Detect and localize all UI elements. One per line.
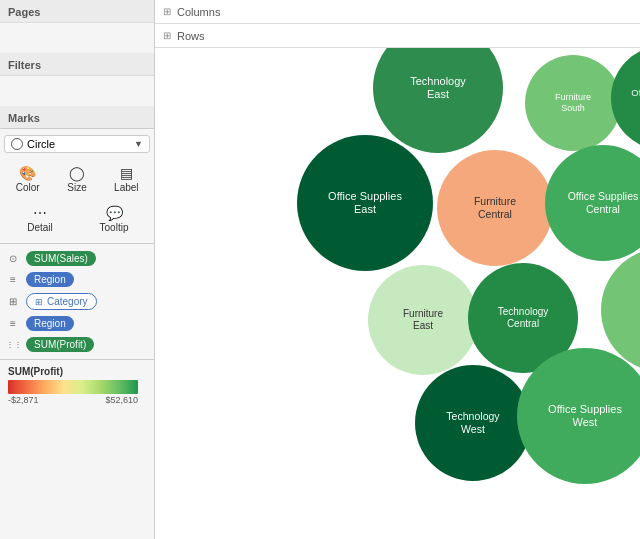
color-icon: 🎨 xyxy=(19,165,36,181)
left-panel: Pages Filters Marks Circle ▼ 🎨 Color ◯ S… xyxy=(0,0,155,539)
bubble-1: FurnitureSouth xyxy=(525,55,621,151)
legend-labels: -$2,871 $52,610 xyxy=(8,395,138,405)
detail-button[interactable]: ⋯ Detail xyxy=(4,201,76,237)
marks-grid2: ⋯ Detail 💬 Tooltip xyxy=(0,199,154,243)
region2-pill[interactable]: Region xyxy=(26,316,74,331)
filters-label: Filters xyxy=(0,53,154,76)
marks-type-dropdown[interactable]: Circle ▼ xyxy=(4,135,150,153)
dropdown-arrow-icon: ▼ xyxy=(134,139,143,149)
field-row-profit: ⋮⋮ SUM(Profit) xyxy=(4,334,150,355)
rows-shelf-label: Rows xyxy=(177,30,205,42)
legend-min: -$2,871 xyxy=(8,395,39,405)
region2-symbol: ≡ xyxy=(6,318,20,329)
size-icon: ◯ xyxy=(69,165,85,181)
fields-section: ⊙ SUM(Sales) ≡ Region ⊞ ⊞ Category ≡ Reg… xyxy=(0,244,154,360)
right-panel: ⊞ Columns ⊞ Rows TechnologyEastFurniture… xyxy=(155,0,640,539)
label-button[interactable]: ▤ Label xyxy=(103,161,150,197)
region1-symbol: ≡ xyxy=(6,274,20,285)
marks-label: Marks xyxy=(0,106,154,129)
chart-area: TechnologyEastFurnitureSouthOffice Suppl… xyxy=(155,48,640,539)
marks-section: Circle ▼ 🎨 Color ◯ Size ▤ Label ⋯ Detail xyxy=(0,129,154,244)
bubble-2: Office SuppliesSouth xyxy=(611,48,640,150)
bubble-5: Office SuppliesCentral xyxy=(545,145,640,261)
bubble-4: FurnitureCentral xyxy=(437,150,553,266)
marks-grid: 🎨 Color ◯ Size ▤ Label xyxy=(0,159,154,199)
profit-symbol: ⋮⋮ xyxy=(6,340,20,349)
bubble-10: TechnologyWest xyxy=(415,365,531,481)
field-row-sales: ⊙ SUM(Sales) xyxy=(4,248,150,269)
bubble-0: TechnologyEast xyxy=(373,48,503,153)
bubble-7: FurnitureEast xyxy=(368,265,478,375)
region1-pill[interactable]: Region xyxy=(26,272,74,287)
legend-bar xyxy=(8,380,138,394)
color-button[interactable]: 🎨 Color xyxy=(4,161,51,197)
legend-max: $52,610 xyxy=(105,395,138,405)
columns-shelf-label: Columns xyxy=(177,6,220,18)
pages-label: Pages xyxy=(0,0,154,23)
columns-shelf-icon: ⊞ xyxy=(163,6,171,17)
label-icon: ▤ xyxy=(120,165,133,181)
bubble-11: Office SuppliesWest xyxy=(517,348,640,484)
rows-shelf: ⊞ Rows xyxy=(155,24,640,48)
sales-symbol: ⊙ xyxy=(6,253,20,264)
field-row-region1: ≡ Region xyxy=(4,269,150,290)
rows-shelf-icon: ⊞ xyxy=(163,30,171,41)
detail-icon: ⋯ xyxy=(33,205,47,221)
category-symbol: ⊞ xyxy=(6,296,20,307)
sum-sales-pill[interactable]: SUM(Sales) xyxy=(26,251,96,266)
tooltip-icon: 💬 xyxy=(106,205,123,221)
category-grid-icon: ⊞ xyxy=(35,297,43,307)
tooltip-button[interactable]: 💬 Tooltip xyxy=(78,201,150,237)
size-button[interactable]: ◯ Size xyxy=(53,161,100,197)
circle-mark-icon xyxy=(11,138,23,150)
bubble-3: Office SuppliesEast xyxy=(297,135,433,271)
category-pill[interactable]: ⊞ Category xyxy=(26,293,97,310)
field-row-region2: ≡ Region xyxy=(4,313,150,334)
legend-section: SUM(Profit) -$2,871 $52,610 xyxy=(0,360,154,411)
sum-profit-pill[interactable]: SUM(Profit) xyxy=(26,337,94,352)
columns-shelf: ⊞ Columns xyxy=(155,0,640,24)
field-row-category: ⊞ ⊞ Category xyxy=(4,290,150,313)
marks-type-label: Circle xyxy=(27,138,55,150)
legend-title: SUM(Profit) xyxy=(8,366,146,377)
